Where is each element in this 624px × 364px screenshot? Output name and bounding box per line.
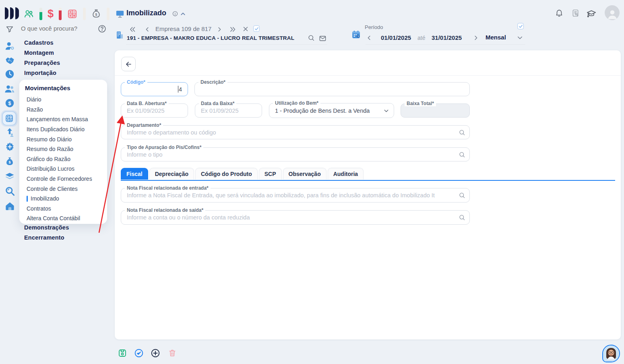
tab-fiscal-active[interactable]: Fiscal	[121, 168, 148, 180]
utilizacao-bem-select[interactable]: Utilização do Bem* 1 - Produção de Bens …	[269, 103, 394, 118]
save-button[interactable]	[118, 348, 127, 358]
tab-auditoria[interactable]: Auditoria	[328, 168, 364, 180]
company-building-icon	[115, 30, 124, 40]
sidebar-item-montagem[interactable]: Montagem	[24, 50, 54, 56]
add-button[interactable]	[151, 348, 160, 358]
delete-button[interactable]	[168, 349, 177, 358]
people-icon[interactable]	[4, 83, 16, 95]
search-module-icon[interactable]	[4, 185, 16, 196]
sidebar-item-importacao[interactable]: Importação	[24, 70, 56, 76]
bell-icon[interactable]	[555, 8, 564, 17]
collapse-chevron-up-icon[interactable]	[180, 10, 186, 17]
company-search-icon[interactable]	[308, 34, 315, 41]
submenu-item-itens-duplicados-diario[interactable]: Itens Duplicados Diário	[27, 124, 107, 134]
user-avatar[interactable]	[605, 5, 620, 20]
period-start-date[interactable]: 01/01/2025	[381, 34, 411, 41]
submenu-item-lancamentos-em-massa[interactable]: Lançamentos em Massa	[27, 114, 107, 124]
company-clear-icon[interactable]	[242, 25, 249, 33]
home-icon[interactable]	[4, 200, 16, 211]
submenu-item-resumo-do-diario[interactable]: Resumo do Diário	[27, 134, 107, 144]
descricao-input[interactable]	[195, 83, 469, 96]
sidebar-item-cadastros[interactable]: Cadastros	[24, 39, 54, 46]
submenu-item-altera-conta-contabil[interactable]: Altera Conta Contábil	[27, 213, 107, 223]
app-logo[interactable]	[5, 7, 19, 19]
confirm-button[interactable]	[134, 348, 144, 358]
money-bag-icon[interactable]: $	[91, 8, 101, 19]
layers-icon[interactable]	[4, 171, 16, 182]
dollar-circle-icon[interactable]: $	[4, 97, 16, 109]
money-bag-blue-icon[interactable]: $	[4, 156, 16, 167]
period-mode-select[interactable]: Mensal	[486, 34, 506, 41]
company-prev-icon[interactable]	[144, 26, 151, 33]
movimentacoes-submenu: Movimentações Diário Razão Lançamentos e…	[19, 80, 107, 224]
period-next-icon[interactable]	[472, 34, 479, 41]
tab-scp[interactable]: SCP	[259, 168, 282, 180]
sidebar-item-encerramento[interactable]: Encerramento	[24, 234, 64, 241]
filter-icon[interactable]	[5, 25, 14, 34]
submenu-item-grafico-do-razao[interactable]: Gráfico do Razão	[27, 154, 107, 164]
envelope-icon[interactable]	[319, 35, 326, 42]
departamento-field[interactable]: Departamento*	[121, 125, 470, 139]
logo-bar	[15, 7, 19, 19]
departamento-input[interactable]	[121, 126, 469, 139]
tab-depreciacao[interactable]: Depreciação	[149, 168, 194, 180]
svg-text:$: $	[95, 12, 97, 17]
data-abertura-field[interactable]: Data B. Abertura*	[121, 103, 188, 118]
codigo-field[interactable]: Código* 4	[121, 82, 188, 96]
tipo-apuracao-field[interactable]: Tipo de Apuração do Pis/Cofins*	[121, 147, 470, 161]
submenu-item-diario[interactable]: Diário	[27, 95, 107, 105]
tipo-apuracao-label: Tipo de Apuração do Pis/Cofins*	[125, 145, 203, 150]
graduation-cap-icon[interactable]	[586, 8, 597, 19]
person-growth-icon[interactable]	[4, 127, 16, 138]
submenu-item-controle-de-fornecedores[interactable]: Controle de Fornecedores	[27, 174, 107, 184]
submenu-item-resumo-do-razao[interactable]: Resumo do Razão	[27, 144, 107, 154]
submenu-item-contratos[interactable]: Contratos	[27, 204, 107, 214]
back-button[interactable]	[121, 57, 136, 71]
period-prev-icon[interactable]	[366, 34, 373, 41]
period-mode-chevron-down-icon[interactable]	[516, 34, 524, 41]
handshake-icon[interactable]	[4, 54, 16, 66]
info-icon[interactable]	[172, 11, 178, 17]
calculator-icon[interactable]	[67, 8, 78, 19]
company-underline	[126, 44, 327, 45]
nota-saida-field[interactable]: Nota Fiscal relacionada de saída*	[121, 210, 470, 225]
chevron-down-icon[interactable]	[383, 107, 390, 114]
dollar-icon[interactable]: $	[48, 8, 54, 19]
sidebar-item-preparacoes[interactable]: Preparações	[24, 60, 60, 66]
nota-entrada-field[interactable]: Nota Fiscal relacionada de entrada*	[121, 188, 470, 203]
calendar-icon	[351, 29, 361, 39]
submenu-item-razao[interactable]: Razão	[27, 105, 107, 115]
gear-plus-icon[interactable]	[4, 141, 16, 152]
page-title: Imobilizado	[126, 9, 166, 17]
sidebar-item-demonstracoes[interactable]: Demonstrações	[24, 224, 69, 231]
usage-gauge-green	[39, 8, 42, 20]
descricao-field[interactable]: Descrição*	[194, 82, 470, 96]
document-search-icon[interactable]	[571, 9, 580, 17]
submenu-item-controle-de-clientes[interactable]: Controle de Clientes	[27, 184, 107, 194]
company-checkbox-checked[interactable]	[253, 25, 260, 32]
submenu-title[interactable]: Movimentações	[25, 85, 107, 91]
period-end-date[interactable]: 31/01/2025	[432, 34, 462, 41]
data-baixa-field[interactable]: Data da Baixa*	[195, 103, 262, 118]
users-icon[interactable]	[23, 8, 34, 19]
submenu-item-imobilizado-active[interactable]: Imobilizado	[27, 194, 107, 204]
utilizacao-bem-label: Utilização do Bem*	[273, 100, 320, 106]
clock-icon[interactable]	[4, 68, 16, 80]
tab-observacao[interactable]: Observação	[283, 168, 326, 180]
search-input[interactable]	[21, 25, 89, 32]
support-chat-avatar[interactable]	[602, 345, 620, 362]
company-first-icon[interactable]	[128, 25, 136, 33]
search-icon[interactable]	[459, 214, 465, 221]
search-icon[interactable]	[459, 192, 465, 199]
period-checkbox-checked[interactable]	[517, 23, 524, 29]
period-underline	[366, 44, 525, 45]
search-icon[interactable]	[459, 129, 465, 136]
help-icon[interactable]	[97, 24, 107, 33]
company-last-icon[interactable]	[229, 25, 237, 33]
submenu-item-distribuicao-lucros[interactable]: Distribuição Lucros	[27, 164, 107, 174]
company-next-icon[interactable]	[216, 26, 223, 33]
registrations-person-gear-icon[interactable]	[4, 40, 16, 52]
search-icon[interactable]	[459, 151, 465, 158]
calculator-module-icon-active[interactable]	[2, 111, 17, 126]
tab-codigo-do-produto[interactable]: Código do Produto	[195, 168, 258, 180]
